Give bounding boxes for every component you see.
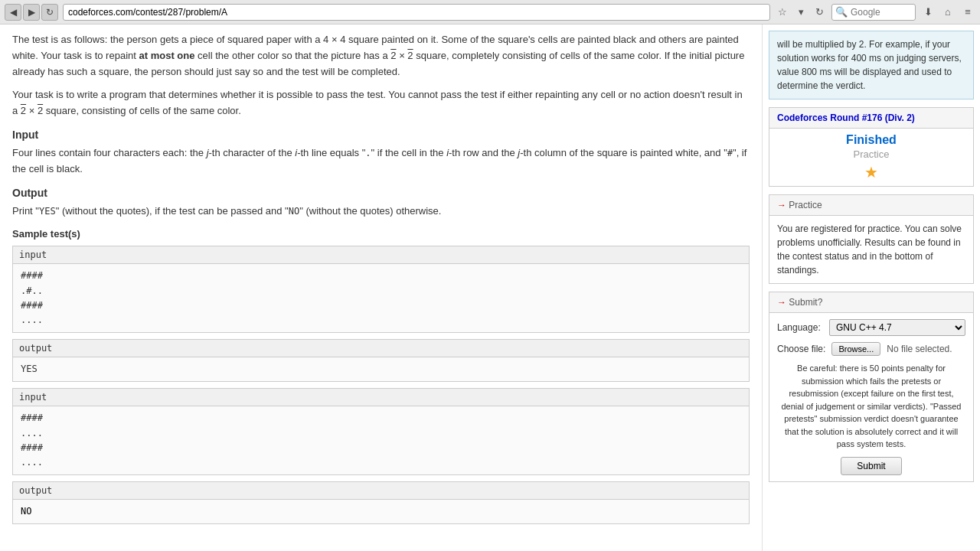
- input-description: Four lines contain four characters each:…: [12, 145, 750, 178]
- browser-chrome: ◀ ▶ ↻ ☆ ▾ ↻ 🔍 ⬇ ⌂ ≡: [0, 0, 980, 24]
- sample2-output-label: output: [13, 482, 749, 500]
- sample2-line4: ....: [21, 455, 741, 470]
- contest-title-bar: Codeforces Round #176 (Div. 2): [769, 108, 973, 129]
- sample1-output-label: output: [13, 340, 749, 357]
- sample1-line3: ####: [21, 298, 741, 313]
- info-box: will be multiplied by 2. For example, if…: [769, 31, 974, 99]
- reload-button[interactable]: ↻: [41, 4, 58, 21]
- practice-section-title: Practice: [789, 200, 822, 210]
- sample1-input-content: #### .#.. #### ....: [13, 264, 749, 332]
- sample1-line1: ####: [21, 269, 741, 283]
- sample1-output-content: YES: [13, 357, 749, 381]
- contest-title-link[interactable]: Codeforces Round #176 (Div. 2): [777, 112, 915, 123]
- file-row: Choose file: Browse... No file selected.: [777, 342, 965, 356]
- arrow-practice-icon: →: [777, 200, 786, 210]
- browse-button[interactable]: Browse...: [831, 342, 880, 356]
- sample2-input-label: input: [13, 389, 749, 406]
- sample2-input-content: #### .... #### ....: [13, 406, 749, 474]
- sample1-input-box: input #### .#.. #### ....: [12, 246, 750, 333]
- practice-text[interactable]: Practice: [773, 148, 970, 160]
- url-bar[interactable]: [63, 4, 770, 21]
- practice-header: → Practice: [769, 195, 973, 216]
- sidebar: will be multiplied by 2. For example, if…: [762, 24, 980, 551]
- sample-title: Sample test(s): [12, 228, 750, 240]
- output-title: Output: [12, 187, 750, 199]
- para2-text: Your task is to write a program that det…: [12, 87, 750, 119]
- sample2-line1: ####: [21, 411, 741, 425]
- star-icon[interactable]: ★: [773, 163, 970, 181]
- menu-icon[interactable]: ≡: [960, 5, 975, 20]
- download-icon[interactable]: ⬇: [920, 5, 936, 20]
- input-title: Input: [12, 129, 750, 141]
- practice-body-text: You are registered for practice. You can…: [769, 216, 973, 283]
- submit-body: Language: GNU C++ 4.7 Choose file: Brows…: [769, 313, 973, 481]
- output-description: Print "YES" (without the quotes), if the…: [12, 204, 750, 220]
- forward-button[interactable]: ▶: [23, 4, 40, 21]
- refresh-icon[interactable]: ↻: [812, 5, 827, 20]
- language-select[interactable]: GNU C++ 4.7: [829, 319, 965, 336]
- contest-box: Codeforces Round #176 (Div. 2) Finished …: [769, 107, 974, 187]
- home-icon[interactable]: ⌂: [940, 5, 956, 20]
- sample2-line3: ####: [21, 441, 741, 455]
- info-text: will be multiplied by 2. For example, if…: [777, 39, 962, 91]
- contest-status: Finished Practice ★: [769, 129, 973, 186]
- practice-box: → Practice You are registered for practi…: [769, 194, 974, 284]
- problem-description: The test is as follows: the person gets …: [12, 32, 750, 119]
- search-input[interactable]: [851, 7, 912, 18]
- bookmark-star-icon[interactable]: ☆: [775, 5, 790, 20]
- submit-box: → Submit? Language: GNU C++ 4.7 Choose f…: [769, 292, 974, 482]
- bookmark-list-icon[interactable]: ▾: [793, 5, 808, 20]
- arrow-submit-icon: →: [777, 297, 786, 308]
- para1-bold: at most one: [139, 50, 195, 61]
- sample2-output-value: NO: [21, 504, 741, 519]
- sample2-output-content: NO: [13, 500, 749, 523]
- main-content: The test is as follows: the person gets …: [0, 24, 762, 551]
- sample2-line2: ....: [21, 426, 741, 441]
- finished-text: Finished: [773, 133, 970, 147]
- sample1-line4: ....: [21, 313, 741, 328]
- sample1-input-label: input: [13, 246, 749, 264]
- sample1-output-box: output YES: [12, 339, 750, 382]
- sample1-line2: .#..: [21, 284, 741, 298]
- search-engine-icon: 🔍: [835, 6, 848, 18]
- no-file-text: No file selected.: [887, 344, 952, 354]
- sample1-output-value: YES: [21, 362, 741, 377]
- submit-section-title: Submit?: [789, 297, 822, 308]
- back-button[interactable]: ◀: [5, 4, 21, 21]
- submit-header: → Submit?: [769, 292, 973, 313]
- submit-button[interactable]: Submit: [841, 457, 901, 475]
- language-label: Language:: [777, 322, 823, 333]
- submit-note: Be careful: there is 50 points penalty f…: [777, 362, 965, 451]
- file-label: Choose file:: [777, 344, 825, 354]
- sample2-output-box: output NO: [12, 481, 750, 524]
- sample2-input-box: input #### .... #### ....: [12, 388, 750, 475]
- language-row: Language: GNU C++ 4.7: [777, 319, 965, 336]
